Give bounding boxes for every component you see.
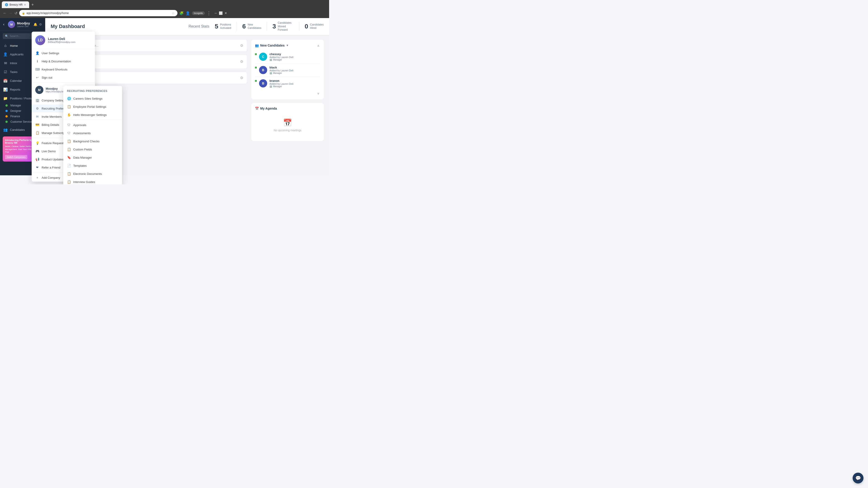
submenu-employee-portal[interactable]: 📋 Employee Portal Settings: [63, 103, 122, 111]
submenu-hello-messenger[interactable]: ✋ Hello Messenger Settings: [63, 111, 122, 119]
activity-gear-icon[interactable]: ⚙: [240, 59, 243, 64]
submenu-electronic-docs[interactable]: 📋 Electronic Documents: [63, 170, 122, 178]
user-dropdown-header: LD Lauren Deli 840ea2f0@moodjoy.com: [32, 32, 95, 49]
stat-moved-forward: 3 CandidatesMoved Forward: [272, 21, 293, 32]
candidates-scroll-down[interactable]: ▼: [316, 92, 320, 96]
candidate-row-2: B branon Added by Lauren Deli 🏢 Manager: [255, 77, 320, 90]
menu-button[interactable]: ⋮: [207, 10, 211, 16]
user-settings-icon: 👤: [35, 51, 39, 55]
forward-button[interactable]: →: [8, 11, 13, 15]
feature-requests-label: Feature Requests: [41, 141, 65, 145]
submenu-templates[interactable]: 📄 Templates: [63, 162, 122, 170]
custom-fields-label: Custom Fields: [73, 148, 92, 151]
candidate-name-2[interactable]: branon: [270, 79, 293, 83]
help-docs-label: Help & Documentation: [41, 60, 71, 63]
role-icon-1: 🏢: [270, 72, 272, 74]
extensions-icon[interactable]: 🧩: [179, 11, 184, 15]
tab-close-icon[interactable]: ✕: [24, 3, 26, 6]
data-manager-label: Data Manager: [73, 156, 92, 159]
recruiting-submenu: Recruiting Preferences 🌐 Careers Sites S…: [63, 86, 122, 184]
settings-icon[interactable]: ⚙: [39, 23, 42, 26]
bookmark-icon[interactable]: ☆: [172, 11, 175, 15]
new-tab-button[interactable]: +: [30, 2, 35, 7]
submenu-approvals[interactable]: 🛡 Approvals: [63, 121, 122, 129]
back-button[interactable]: ←: [3, 11, 7, 15]
live-demo-label: Live Demo: [41, 150, 56, 153]
stat-divider-1: [237, 22, 237, 31]
careers-sites-icon: 🌐: [67, 97, 71, 100]
live-demo-icon: 🎮: [35, 149, 39, 153]
incognito-badge: Incognito: [192, 11, 205, 15]
candidates-panel-icon: 👥: [255, 43, 259, 47]
secondary-gear-icon[interactable]: ⚙: [240, 76, 243, 80]
brand-avatar: M: [8, 21, 15, 28]
templates-label: Templates: [73, 164, 87, 167]
submenu-careers-sites[interactable]: 🌐 Careers Sites Settings: [63, 94, 122, 103]
submenu-background-checks[interactable]: 📋 Background Checks: [63, 137, 122, 145]
pool-finance-dot: [5, 115, 8, 118]
templates-icon: 📄: [67, 164, 71, 167]
candidate-name-0[interactable]: chesssy: [270, 53, 293, 56]
billing-icon: 💳: [35, 123, 39, 127]
candidate-role-0: 🏢 Manager: [270, 59, 293, 61]
add-company-icon: +: [35, 176, 39, 180]
product-updates-icon: 📢: [35, 158, 39, 161]
candidate-name-1[interactable]: black: [270, 66, 293, 69]
electronic-docs-icon: 📋: [67, 172, 71, 175]
submenu-interview-guides[interactable]: 📋 Interview Guides: [63, 178, 122, 184]
background-checks-label: Background Checks: [73, 140, 99, 143]
candidate-row-0: C chesssy Added by Lauren Deli 🏢 Manager: [255, 50, 320, 64]
pipeline-gear-icon[interactable]: ⚙: [240, 43, 243, 48]
stat-number-2: 3: [272, 23, 276, 30]
calendar-icon: 📅: [3, 78, 8, 83]
approvals-icon: 🛡: [67, 123, 71, 127]
home-icon: ⌂: [3, 43, 8, 48]
promo-switch-button[interactable]: Switch Companies: [5, 155, 27, 159]
address-bar-row: ← → ↺ 🔒 app.breezy.hr/app/c/moodjoy/home…: [0, 8, 329, 18]
interview-guides-label: Interview Guides: [73, 180, 95, 184]
agenda-title: 📅 My Agenda: [255, 107, 277, 110]
active-tab[interactable]: B Breezy HR ✕: [2, 1, 29, 8]
sidebar-brand[interactable]: M Moodjoy Lauren Deli: [8, 21, 30, 28]
hello-messenger-label: Hello Messenger Settings: [73, 113, 107, 117]
pool-cs-label: Customer Service: [10, 120, 32, 123]
no-meetings: 📅 No upcoming meetings: [255, 113, 320, 137]
sidebar-collapse-icon[interactable]: ‹: [3, 22, 4, 26]
stat-label-3: CandidatesHired: [310, 23, 324, 30]
submenu-data-manager[interactable]: 🔖 Data Manager: [63, 153, 122, 162]
pool-cs-dot: [5, 121, 8, 123]
menu-keyboard-shortcuts[interactable]: ⌨ Keyboard Shortcuts: [32, 65, 95, 73]
address-bar[interactable]: 🔒 app.breezy.hr/app/c/moodjoy/home ☆: [19, 10, 178, 16]
stat-number-1: 6: [242, 23, 246, 30]
url-text: app.breezy.hr/app/c/moodjoy/home: [26, 11, 69, 15]
candidates-dropdown-icon[interactable]: ▼: [286, 44, 289, 47]
maximize-button[interactable]: ⬜: [219, 11, 223, 15]
dropdown-user-name: Lauren Deli: [48, 37, 75, 41]
agenda-panel-header: 📅 My Agenda: [255, 107, 320, 110]
menu-help-docs[interactable]: ℹ Help & Documentation: [32, 57, 95, 65]
subscription-icon: 📋: [35, 131, 39, 135]
reload-button[interactable]: ↺: [14, 11, 18, 15]
company-avatar: M: [35, 86, 43, 94]
stat-positions-activated: 5 PositionsActivated: [215, 23, 231, 30]
custom-fields-icon: 📋: [67, 148, 71, 151]
profile-icon[interactable]: 👤: [186, 11, 190, 15]
role-icon-0: 🏢: [270, 59, 272, 61]
candidates-scroll-up[interactable]: ▲: [316, 43, 320, 47]
submenu-assessments[interactable]: 🛡 Assessments: [63, 129, 122, 137]
page-title: My Dashboard: [51, 24, 85, 29]
pool-designer-dot: [5, 110, 8, 112]
minimize-button[interactable]: ─: [215, 11, 217, 15]
nav-inbox-label: Inbox: [10, 61, 17, 65]
candidates-label: Candidates: [10, 128, 25, 131]
menu-sign-out[interactable]: ↩ Sign out: [32, 73, 95, 82]
menu-user-settings[interactable]: 👤 User Settings: [32, 49, 95, 57]
notification-icon[interactable]: 🔔: [33, 23, 37, 26]
candidate-info-1: black Added by Lauren Deli 🏢 Manager: [270, 66, 293, 74]
candidate-role-1: 🏢 Manager: [270, 72, 293, 74]
candidate-status-dot-1: [255, 67, 257, 68]
close-button[interactable]: ✕: [224, 11, 227, 15]
submenu-custom-fields[interactable]: 📋 Custom Fields: [63, 145, 122, 153]
pool-designer-label: Designer: [10, 109, 21, 112]
candidate-row-1: B black Added by Lauren Deli 🏢 Manager: [255, 64, 320, 77]
